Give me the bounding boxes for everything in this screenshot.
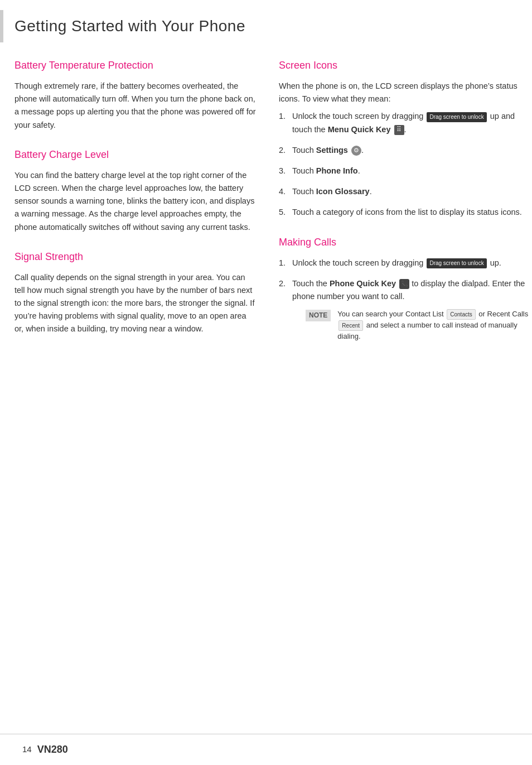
- right-column: Screen Icons When the phone is on, the L…: [273, 58, 532, 350]
- note-text-middle: or Recent Calls: [478, 310, 528, 318]
- page-header: Getting Started with Your Phone: [0, 0, 532, 52]
- battery-temp-body: Though extremely rare, if the battery be…: [14, 80, 257, 132]
- list-item: 1. Unlock the touch screen by dragging D…: [279, 110, 532, 136]
- screen-icons-intro: When the phone is on, the LCD screen dis…: [279, 80, 532, 105]
- list-content: Unlock the touch screen by dragging Drag…: [292, 257, 532, 270]
- footer-model: VN280: [37, 742, 68, 757]
- list-number: 4.: [279, 185, 292, 198]
- list-item: 3. Touch Phone Info.: [279, 165, 532, 177]
- list-content: Touch Settings .: [292, 144, 532, 157]
- battery-temp-heading: Battery Temperature Protection: [14, 58, 257, 73]
- menu-quick-key-label: Menu Quick Key: [328, 125, 391, 134]
- step1-period: .: [404, 125, 407, 134]
- making-calls-heading: Making Calls: [279, 235, 532, 250]
- screen-icons-heading: Screen Icons: [279, 58, 532, 73]
- note-text-before: You can search your Contact List: [337, 310, 446, 318]
- icon-glossary-label: Icon Glossary: [316, 187, 370, 196]
- contacts-btn: Contacts: [447, 309, 475, 320]
- drag-screen-btn-1: Drag screen to unlock: [427, 112, 486, 122]
- mc-step1-text: Unlock the touch screen by dragging: [292, 258, 425, 267]
- list-number: 2.: [279, 144, 292, 157]
- step2-period: .: [361, 146, 364, 155]
- settings-label: Settings: [316, 146, 348, 155]
- drag-screen-btn-2: Drag screen to unlock: [427, 258, 486, 268]
- phone-quick-key-icon: [399, 279, 409, 289]
- mc-step1-up: up.: [490, 258, 501, 267]
- left-column: Battery Temperature Protection Though ex…: [14, 58, 273, 350]
- menu-quick-key-icon: [394, 125, 404, 135]
- step5-text: Touch a category of icons from the list …: [292, 208, 522, 216]
- list-number: 2.: [279, 277, 292, 290]
- step3-text: Touch Phone Info.: [292, 166, 360, 175]
- list-content: Touch Phone Info.: [292, 165, 532, 177]
- list-number: 1.: [279, 110, 292, 123]
- recent-btn: Recent: [338, 320, 363, 331]
- making-calls-list: 1. Unlock the touch screen by dragging D…: [279, 257, 532, 342]
- list-content: Touch a category of icons from the list …: [292, 206, 532, 219]
- step4-text: Touch Icon Glossary.: [292, 187, 372, 196]
- list-item: 5. Touch a category of icons from the li…: [279, 206, 532, 219]
- list-number: 1.: [279, 257, 292, 270]
- content-area: Battery Temperature Protection Though ex…: [0, 58, 532, 350]
- note-block: NOTE You can search your Contact List Co…: [306, 309, 532, 342]
- page-container: Getting Started with Your Phone Battery …: [0, 0, 532, 765]
- phone-info-label: Phone Info: [316, 166, 358, 175]
- list-number: 3.: [279, 165, 292, 177]
- mc-step2-text: Touch the Phone Quick Key: [292, 279, 396, 288]
- list-item: 1. Unlock the touch screen by dragging D…: [279, 257, 532, 270]
- signal-strength-body: Call quality depends on the signal stren…: [14, 271, 257, 336]
- list-content: Unlock the touch screen by dragging Drag…: [292, 110, 532, 136]
- signal-strength-heading: Signal Strength: [14, 249, 257, 264]
- step1-text-before: Unlock the touch screen by dragging: [292, 112, 425, 121]
- note-label: NOTE: [306, 310, 331, 321]
- note-text: You can search your Contact List Contact…: [337, 309, 532, 342]
- list-item: 2. Touch the Phone Quick Key to display …: [279, 277, 532, 342]
- step2-text: Touch Settings: [292, 146, 348, 155]
- list-content: Touch Icon Glossary.: [292, 185, 532, 198]
- page-title: Getting Started with Your Phone: [14, 10, 245, 42]
- phone-quick-key-label: Phone Quick Key: [330, 279, 396, 288]
- list-item: 4. Touch Icon Glossary.: [279, 185, 532, 198]
- list-item: 2. Touch Settings .: [279, 144, 532, 157]
- footer-page-number: 14: [22, 743, 32, 756]
- list-content: Touch the Phone Quick Key to display the…: [292, 277, 532, 342]
- header-accent-bar: [0, 10, 3, 42]
- page-footer: 14 VN280: [0, 734, 532, 765]
- screen-icons-list: 1. Unlock the touch screen by dragging D…: [279, 110, 532, 219]
- settings-icon: [351, 146, 361, 156]
- battery-charge-heading: Battery Charge Level: [14, 147, 257, 162]
- note-text-after: and select a number to call instead of m…: [337, 321, 517, 340]
- battery-charge-body: You can find the battery charge level at…: [14, 169, 257, 234]
- list-number: 5.: [279, 206, 292, 219]
